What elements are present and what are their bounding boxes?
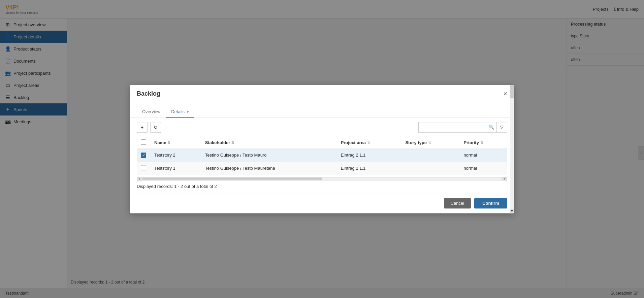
tab-details[interactable]: Details ▾ xyxy=(166,106,194,118)
filter-icon: ▽ xyxy=(500,125,504,130)
records-info: Displayed records: 1 - 2 out of a total … xyxy=(130,182,514,193)
col-header-name: Name ⇅ xyxy=(150,137,201,149)
col-header-story-type: Story type ⇅ xyxy=(401,137,459,149)
add-button[interactable]: + xyxy=(137,122,148,133)
row1-stakeholder: Testino Guiseppe / Testo Mauro xyxy=(201,149,337,162)
scroll-thumb[interactable] xyxy=(510,85,514,98)
backlog-table: Name ⇅ Stakeholder ⇅ Project area xyxy=(137,137,507,175)
row1-name: Teststory 2 xyxy=(150,149,201,162)
backlog-modal: ▲ ▼ Backlog × Overview Details ▾ + ↻ 🔍 xyxy=(130,85,514,213)
search-button[interactable]: 🔍 xyxy=(486,122,496,133)
row1-story-type xyxy=(401,149,459,162)
select-all-checkbox[interactable] xyxy=(141,139,146,145)
priority-sort-icon[interactable]: ⇅ xyxy=(480,141,483,144)
modal-scrollbar[interactable]: ▲ ▼ xyxy=(510,85,514,213)
row2-stakeholder: Testino Guiseppe / Testo Mauretana xyxy=(201,162,337,175)
name-sort-icon[interactable]: ⇅ xyxy=(167,141,170,144)
scroll-arrow-down[interactable]: ▼ xyxy=(510,209,514,213)
h-scroll-thumb[interactable] xyxy=(142,177,322,180)
row2-project-area: Eintrag 2.1.1 xyxy=(337,162,401,175)
scroll-left-arrow[interactable]: ‹ xyxy=(137,177,142,180)
col-header-priority: Priority ⇅ xyxy=(459,137,507,149)
table-row[interactable]: ✓ Teststory 2 Testino Guiseppe / Testo M… xyxy=(137,149,507,162)
row1-checkbox[interactable]: ✓ xyxy=(141,153,146,158)
modal-close-button[interactable]: × xyxy=(503,90,507,97)
row1-project-area: Eintrag 2.1.1 xyxy=(337,149,401,162)
row2-priority: normal xyxy=(459,162,507,175)
tab-details-arrow: ▾ xyxy=(187,110,189,114)
modal-table-wrapper: Name ⇅ Stakeholder ⇅ Project area xyxy=(130,137,514,175)
scroll-right-arrow[interactable]: › xyxy=(502,177,507,180)
cancel-button[interactable]: Cancel xyxy=(444,198,471,208)
modal-header: Backlog × xyxy=(130,85,514,103)
modal-footer: Cancel Confirm xyxy=(130,193,514,213)
modal-toolbar: + ↻ 🔍 ▽ xyxy=(130,118,514,137)
filter-button[interactable]: ▽ xyxy=(496,122,507,133)
refresh-button[interactable]: ↻ xyxy=(150,122,161,133)
horizontal-scrollbar: ‹ › xyxy=(130,175,514,182)
modal-title: Backlog xyxy=(137,90,160,97)
h-scroll-track[interactable] xyxy=(142,177,502,180)
row2-story-type xyxy=(401,162,459,175)
table-row[interactable]: Teststory 1 Testino Guiseppe / Testo Mau… xyxy=(137,162,507,175)
project-area-sort-icon[interactable]: ⇅ xyxy=(367,141,370,144)
row1-priority: normal xyxy=(459,149,507,162)
search-input[interactable] xyxy=(418,122,486,133)
search-icon: 🔍 xyxy=(489,125,494,130)
modal-tabs: Overview Details ▾ xyxy=(130,103,514,118)
tab-overview[interactable]: Overview xyxy=(137,106,166,118)
confirm-button[interactable]: Confirm xyxy=(474,198,507,208)
table-header-row: Name ⇅ Stakeholder ⇅ Project area xyxy=(137,137,507,149)
col-header-stakeholder: Stakeholder ⇅ xyxy=(201,137,337,149)
story-type-sort-icon[interactable]: ⇅ xyxy=(428,141,431,144)
col-header-project-area: Project area ⇅ xyxy=(337,137,401,149)
row2-checkbox[interactable] xyxy=(141,165,146,170)
search-box: 🔍 ▽ xyxy=(418,122,507,133)
stakeholder-sort-icon[interactable]: ⇅ xyxy=(231,141,234,144)
row2-name: Teststory 1 xyxy=(150,162,201,175)
